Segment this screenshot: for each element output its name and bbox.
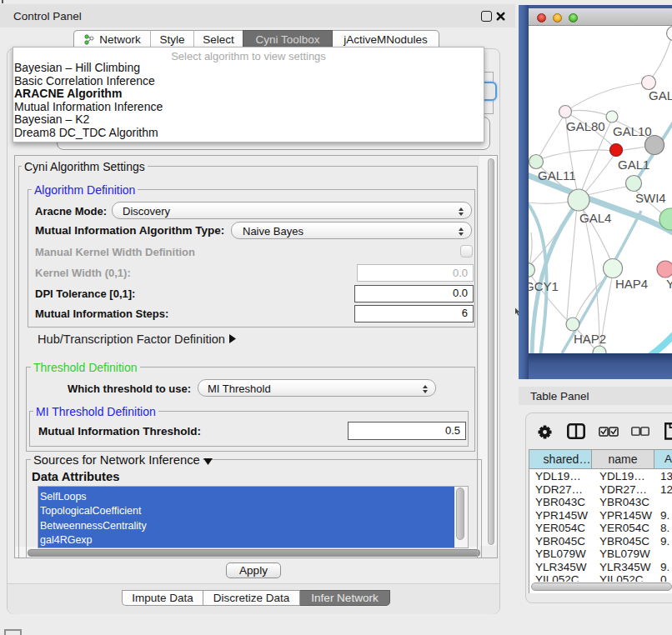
svg-text:GAL80: GAL80 bbox=[649, 88, 672, 102]
svg-text:GAL4: GAL4 bbox=[579, 211, 611, 225]
svg-text:GAL10: GAL10 bbox=[613, 124, 652, 138]
svg-text:HAP4: HAP4 bbox=[615, 277, 648, 291]
svg-text:GAL1: GAL1 bbox=[618, 158, 649, 172]
svg-text:HAP2: HAP2 bbox=[574, 332, 606, 346]
svg-text:SWI4: SWI4 bbox=[635, 191, 666, 205]
svg-text:Y: Y bbox=[666, 277, 672, 291]
svg-text:GAL80: GAL80 bbox=[566, 119, 605, 133]
svg-text:GCY1: GCY1 bbox=[529, 279, 559, 293]
svg-text:GAL11: GAL11 bbox=[538, 168, 576, 182]
